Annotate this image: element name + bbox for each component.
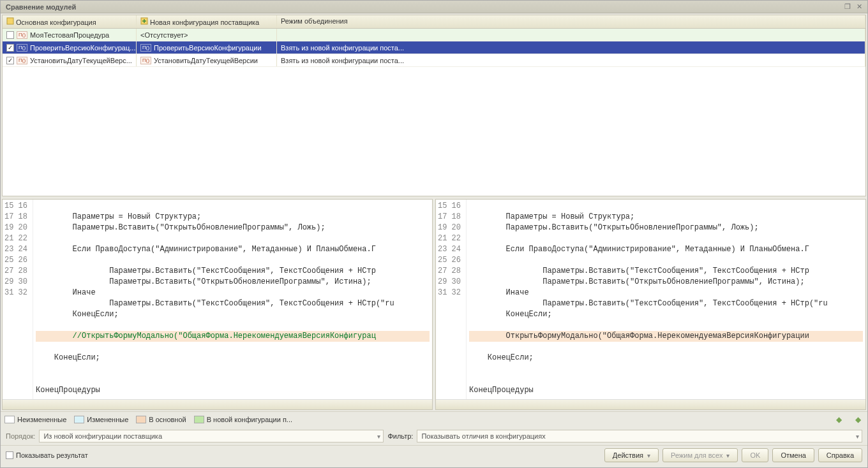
show-result-row: Показывать результат	[6, 451, 88, 459]
procedure-icon: П()	[17, 44, 27, 52]
window-title: Сравнение модулей	[6, 3, 76, 11]
grid-body[interactable]: П()МояТестоваяПроцедура<Отсутствует>✓П()…	[3, 29, 865, 196]
merge-mode: Взять из новой конфигурации поста...	[281, 44, 404, 52]
order-label: Порядок:	[6, 432, 35, 440]
row-checkbox[interactable]: ✓	[6, 44, 14, 52]
diff-area: 15 16 17 18 19 20 21 22 23 24 25 26 27 2…	[1, 198, 867, 411]
proc-name-b: <Отсутствует>	[140, 31, 188, 39]
row-checkbox[interactable]	[6, 31, 14, 39]
table-row[interactable]: ✓П()ПроверитьВерсиюКонфигурац...П()Прове…	[3, 41, 865, 54]
col-merge-mode[interactable]: Режим объединения	[277, 15, 865, 28]
svg-rect-0	[7, 18, 13, 24]
right-code-pane[interactable]: 15 16 17 18 19 20 21 22 23 24 25 26 27 2…	[435, 199, 866, 410]
config-new-icon	[140, 17, 148, 25]
bottom-button-row: Показывать результат Действия Режим для …	[1, 445, 867, 465]
procedure-icon: П()	[140, 44, 151, 52]
legend-changed: Измененные	[74, 416, 128, 423]
proc-name-a: УстановитьДатуТекущейВерс...	[30, 57, 132, 64]
right-gutter: 15 16 17 18 19 20 21 22 23 24 25 26 27 2…	[436, 200, 467, 399]
left-gutter: 15 16 17 18 19 20 21 22 23 24 25 26 27 2…	[3, 200, 33, 399]
config-icon	[6, 17, 14, 25]
close-icon[interactable]: ✕	[855, 3, 864, 11]
procedure-icon: П()	[17, 31, 27, 39]
left-code[interactable]: Параметры = Новый Структура; Параметры.В…	[33, 200, 432, 399]
col-a-label: Основная конфигурация	[16, 18, 96, 26]
right-code[interactable]: Параметры = Новый Структура; Параметры.В…	[467, 200, 865, 399]
col-c-label: Режим объединения	[281, 17, 348, 25]
next-diff-button[interactable]: ◆	[852, 414, 864, 425]
actions-button[interactable]: Действия	[604, 448, 659, 462]
merge-mode: Взять из новой конфигурации поста...	[281, 57, 404, 64]
col-main-config[interactable]: Основная конфигурация	[3, 15, 137, 28]
grid-header: Основная конфигурация Новая конфигурация…	[3, 15, 865, 29]
table-row[interactable]: ✓П()УстановитьДатуТекущейВерс...П()Устан…	[3, 54, 865, 67]
prev-diff-button[interactable]: ◆	[833, 414, 844, 425]
titlebar: Сравнение модулей ❐ ✕	[1, 1, 867, 13]
left-hscroll[interactable]	[3, 399, 432, 409]
proc-name-b: УстановитьДатуТекущейВерсии	[154, 57, 258, 64]
filter-label: Фильтр:	[387, 432, 413, 440]
order-filter-row: Порядок: Из новой конфигурации поставщик…	[1, 427, 867, 445]
procedures-grid: Основная конфигурация Новая конфигурация…	[2, 15, 866, 196]
cancel-button[interactable]: Отмена	[772, 448, 814, 462]
col-new-config[interactable]: Новая конфигурация поставщика	[137, 15, 277, 28]
left-code-pane[interactable]: 15 16 17 18 19 20 21 22 23 24 25 26 27 2…	[2, 199, 433, 410]
legend-unchanged: Неизмененные	[4, 416, 66, 423]
row-checkbox[interactable]: ✓	[6, 57, 14, 64]
right-hscroll[interactable]	[436, 399, 865, 409]
mode-for-all-button[interactable]: Режим для всех	[662, 448, 738, 462]
col-b-label: Новая конфигурация поставщика	[150, 18, 259, 26]
help-button[interactable]: Справка	[818, 448, 862, 462]
show-result-checkbox[interactable]	[6, 451, 13, 459]
window-controls: ❐ ✕	[843, 3, 864, 11]
legend-in-new: В новой конфигурации п...	[194, 416, 292, 423]
show-result-label: Показывать результат	[16, 451, 88, 459]
procedure-icon: П()	[140, 57, 151, 64]
table-row[interactable]: П()МояТестоваяПроцедура<Отсутствует>	[3, 29, 865, 41]
proc-name-b: ПроверитьВерсиюКонфигурации	[154, 44, 262, 52]
filter-dropdown[interactable]: Показывать отличия в конфигурациях	[417, 430, 862, 442]
module-compare-window: Сравнение модулей ❐ ✕ Основная конфигура…	[0, 0, 868, 468]
proc-name-a: МояТестоваяПроцедура	[30, 31, 109, 39]
order-dropdown[interactable]: Из новой конфигурации поставщика	[39, 430, 384, 442]
procedure-icon: П()	[17, 57, 27, 64]
legend-in-main: В основной	[136, 416, 186, 423]
ok-button[interactable]: OK	[742, 448, 768, 462]
proc-name-a: ПроверитьВерсиюКонфигурац...	[30, 44, 135, 52]
maximize-icon[interactable]: ❐	[843, 3, 852, 11]
legend-bar: Неизмененные Измененные В основной В нов…	[1, 411, 867, 427]
